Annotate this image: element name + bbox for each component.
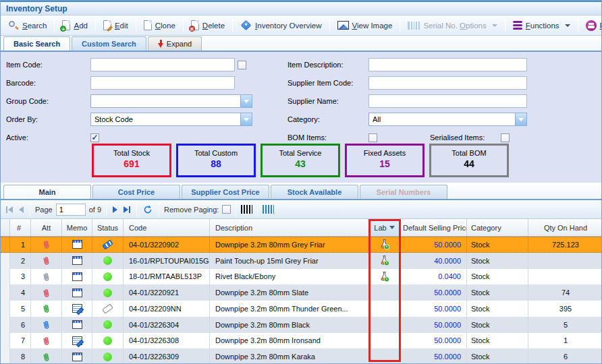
supplier-item-code-label: Supplier Item Code: (288, 79, 368, 87)
row-number: 5 (10, 301, 31, 317)
table-row[interactable]: 5 04-01/32209NN Downpipe 3.2m 80mm Thund… (1, 301, 601, 317)
item-code-label: Item Code: (6, 61, 90, 69)
search-button[interactable]: Search (3, 18, 51, 33)
tab-supplier-cost-price[interactable]: Supplier Cost Price (182, 185, 269, 199)
print-button[interactable]: Print (581, 18, 601, 33)
default-selling-price-cell: 50.0000 (400, 301, 467, 317)
tab-custom-search[interactable]: Custom Search (72, 36, 146, 51)
expand-button[interactable]: Expand (148, 36, 202, 51)
table-row[interactable]: 3 18-01/RMTAABL513P Rivet Black/Ebony 0.… (1, 269, 601, 285)
supplier-item-code-input[interactable] (368, 76, 527, 90)
header-code[interactable]: Code (124, 219, 210, 236)
category-label: Category: (288, 115, 368, 123)
serialised-items-checkbox[interactable] (501, 133, 510, 142)
next-page-button[interactable] (111, 205, 119, 214)
sort-descending-icon (389, 226, 395, 229)
row-number: 2 (10, 253, 31, 269)
tab-basic-search[interactable]: Basic Search (3, 36, 70, 51)
barcode-icon (408, 22, 420, 30)
category-select[interactable]: All (368, 113, 527, 126)
table-row[interactable]: 7 04-01/3226308 Downpipe 3.2m 80mm Irons… (1, 333, 601, 349)
page-number-input[interactable] (56, 204, 86, 216)
tab-cost-price[interactable]: Cost Price (92, 185, 180, 199)
barcode-input[interactable] (90, 76, 235, 90)
category-cell: Stock (467, 253, 528, 269)
item-description-input[interactable] (368, 58, 527, 71)
header-row-number[interactable]: # (10, 219, 31, 236)
table-row[interactable]: 8 04-01/3226309 Downpipe 3.2m 80mm Karak… (1, 348, 601, 364)
refresh-button[interactable] (142, 204, 154, 216)
functions-button[interactable]: Functions (508, 19, 575, 32)
status-icon (102, 303, 113, 313)
toolbar-separator (54, 19, 55, 32)
default-selling-price-cell: 50.0000 (400, 237, 467, 252)
tab-main[interactable]: Main (3, 185, 91, 199)
paperclip-icon (40, 334, 53, 346)
clone-icon (144, 20, 152, 30)
supplier-name-input[interactable] (368, 94, 527, 108)
paperclip-icon (40, 319, 53, 331)
toolbar-separator (400, 19, 400, 32)
header-category[interactable]: Category (467, 219, 528, 236)
default-selling-price-cell: 50.0000 (400, 348, 467, 364)
table-row[interactable]: 6 04-01/3226304 Downpipe 3.2m 80mm Black… (1, 317, 601, 333)
default-selling-price-cell: 50.0000 (400, 284, 467, 301)
tab-serial-numbers[interactable]: Serial Numbers (360, 185, 447, 199)
expand-arrow-icon (158, 40, 164, 48)
page-count-label: of 9 (89, 206, 101, 214)
qty-on-hand-cell: 74 (528, 284, 601, 301)
first-page-button[interactable] (5, 205, 14, 214)
edit-button[interactable]: Edit (99, 18, 133, 32)
header-default-selling-price[interactable]: Default Selling Price (400, 219, 467, 236)
page-label: Page (35, 206, 53, 214)
tab-stock-available[interactable]: Stock Available (271, 185, 358, 199)
header-lab[interactable]: Lab (369, 219, 400, 236)
barcode-black-button[interactable] (241, 205, 252, 214)
item-description-label: Item Description: (288, 61, 368, 69)
header-status[interactable]: Status (92, 219, 124, 236)
status-icon (103, 272, 112, 281)
item-code-cell: 04-01/32209NN (124, 301, 210, 317)
order-by-select[interactable]: Stock Code (90, 113, 252, 126)
header-qty-on-hand[interactable]: Qty On Hand (528, 219, 602, 236)
row-number: 4 (10, 284, 31, 301)
toolbar-separator (329, 19, 330, 32)
view-image-button[interactable]: View Image (333, 19, 398, 32)
paperclip-icon (40, 255, 53, 267)
table-row[interactable]: 4 04-01/3220921 Downpipe 3.2m 80mm Slate… (1, 284, 601, 301)
add-button[interactable]: + Add (57, 18, 92, 32)
total-service-value: 43 (263, 158, 338, 169)
item-code-checkbox[interactable] (238, 61, 246, 69)
description-cell: Paint Touch-up 15ml Grey Friar (210, 253, 369, 269)
header-att[interactable]: Att (31, 219, 62, 236)
memo-icon (72, 240, 82, 249)
table-row[interactable]: 2 16-01/RPLTOUPAI015GFE Paint Touch-up 1… (1, 253, 601, 269)
bom-items-checkbox[interactable] (368, 133, 377, 142)
category-cell: Stock (467, 237, 528, 252)
main-toolbar: Search + Add Edit Clone ✕ Delete Invento… (1, 16, 601, 36)
status-icon (103, 256, 112, 265)
inventory-overview-button[interactable]: Inventory Overview (236, 18, 326, 32)
remove-paging-checkbox[interactable] (222, 205, 231, 214)
header-description[interactable]: Description (210, 219, 369, 236)
last-page-button[interactable] (122, 205, 132, 214)
bom-items-label: BOM Items: (288, 133, 368, 142)
delete-button[interactable]: ✕ Delete (186, 18, 229, 32)
description-cell: Downpipe 3.2m 80mm Black (210, 317, 369, 333)
header-memo[interactable]: Memo (62, 219, 92, 236)
table-row[interactable]: 1 04-01/3220902 Downpipe 3.2m 80mm Grey … (1, 237, 601, 253)
category-cell: Stock (467, 317, 528, 333)
pager-separator (136, 203, 137, 216)
active-checkbox[interactable] (90, 133, 99, 142)
serial-no-options-button[interactable]: Serial No. Options (403, 20, 501, 32)
qty-on-hand-cell: 395 (528, 301, 601, 317)
chevron-down-icon (240, 113, 252, 125)
total-bom-box: Total BOM 44 (429, 144, 509, 177)
description-cell: Downpipe 3.2m 80mm Thunder Green... (210, 301, 369, 317)
item-code-input[interactable] (90, 58, 235, 71)
group-code-select[interactable] (90, 94, 252, 108)
barcode-blue-button[interactable] (263, 205, 274, 214)
page-title: Inventory Setup (6, 4, 67, 13)
previous-page-button[interactable] (18, 205, 25, 214)
clone-button[interactable]: Clone (139, 18, 180, 32)
